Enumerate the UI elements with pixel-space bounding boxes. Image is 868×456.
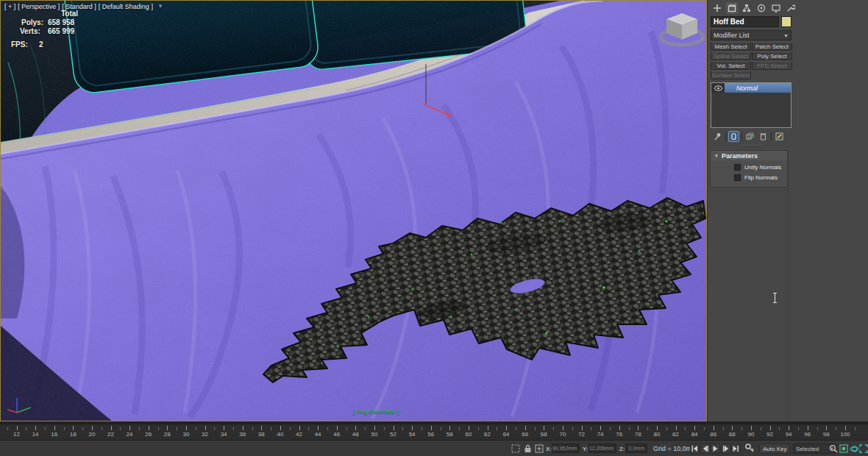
auto-key-button[interactable]: Auto Key: [759, 443, 790, 454]
selection-lock-icon[interactable]: [522, 443, 533, 454]
chevron-down-icon: ▼: [783, 33, 789, 38]
orbit-icon[interactable]: [849, 443, 859, 454]
flip-normals-checkbox[interactable]: [734, 174, 741, 181]
bed-scene[interactable]: [1, 1, 706, 421]
hierarchy-tab[interactable]: [741, 2, 753, 14]
rollout-arrow-icon: ▼: [714, 154, 719, 158]
timeline-ruler[interactable]: 1214161820222426283032343638404244464850…: [0, 424, 868, 440]
unify-normals-checkbox[interactable]: [734, 164, 741, 171]
set-key-icon[interactable]: [744, 443, 755, 453]
parameters-rollout-header[interactable]: ▼ Parameters: [711, 151, 787, 160]
command-panel-tabs: [711, 2, 797, 14]
y-coord-field[interactable]: -112,206mm: [588, 443, 616, 453]
stats-fps-value: 2: [39, 40, 43, 49]
vol-select-button[interactable]: Vol. Select: [711, 61, 751, 70]
viewport-3d[interactable]: [ + ] [ Perspective ] [ Standard ] [ Def…: [0, 0, 707, 421]
stats-polys-value: 658 958: [48, 18, 74, 26]
modifier-visibility-toggle[interactable]: [711, 83, 725, 93]
x-coord-label: X:: [546, 446, 552, 452]
object-name-field[interactable]: Hoff Bed: [711, 16, 779, 27]
selection-region-icon[interactable]: [511, 443, 521, 454]
modifier-stack[interactable]: Normal: [711, 82, 791, 128]
surface-select-button[interactable]: Surface Select: [711, 71, 751, 79]
scene-tag-label: [ Rug Generator ]: [317, 408, 435, 415]
stats-polys-label: Polys:: [21, 18, 43, 26]
modifier-stack-row-normal[interactable]: Normal: [711, 83, 791, 93]
viewport-shading-label[interactable]: [ Default Shading ]: [99, 3, 153, 10]
ffd-select-button[interactable]: FFD Select: [752, 61, 792, 70]
rollout-divider[interactable]: [740, 145, 762, 146]
panel-scroll-track[interactable]: [788, 150, 789, 421]
unify-normals-label: Unify Normals: [744, 164, 781, 171]
parameters-rollout-title: Parameters: [722, 152, 758, 160]
z-coord-label: Z:: [619, 446, 625, 452]
stats-verts-label: Verts:: [20, 27, 40, 35]
mesh-select-button[interactable]: Mesh Select: [711, 42, 751, 51]
select-buttons-grid: Mesh Select Patch Select Spline Select P…: [711, 42, 793, 79]
viewport-menu-plus[interactable]: [ + ]: [4, 3, 15, 10]
modifier-name: Normal: [736, 85, 758, 92]
viewport-pov-label[interactable]: [ Perspective ]: [18, 3, 60, 10]
object-color-swatch[interactable]: [781, 16, 791, 27]
flip-normals-option[interactable]: Flip Normals: [734, 174, 778, 181]
text-cursor: [772, 293, 778, 303]
utilities-tab[interactable]: [785, 2, 797, 14]
zoom-extents-icon[interactable]: [839, 443, 849, 454]
stats-fps-label: FPS:: [11, 40, 28, 49]
modify-tab[interactable]: [726, 2, 738, 14]
maximize-viewport-icon[interactable]: [858, 443, 868, 454]
modifier-list-dropdown[interactable]: Modifier List ▼: [711, 30, 791, 40]
stats-total-label: Total: [61, 10, 78, 18]
modifier-list-label: Modifier List: [714, 32, 750, 39]
play-button[interactable]: [711, 443, 720, 454]
stats-verts-value: 665 999: [48, 27, 74, 35]
x-coord-field[interactable]: 1990,952mm: [552, 443, 580, 453]
configure-modifier-sets-icon[interactable]: [774, 131, 785, 142]
previous-frame-button[interactable]: [700, 443, 710, 454]
spline-select-button[interactable]: Spline Select: [711, 51, 751, 60]
display-tab[interactable]: [770, 2, 782, 14]
go-to-start-button[interactable]: [690, 443, 700, 454]
create-tab[interactable]: [711, 2, 723, 14]
unify-normals-option[interactable]: Unify Normals: [734, 164, 781, 171]
viewport-menu-arrow-icon[interactable]: ▼: [157, 3, 163, 10]
show-end-result-icon[interactable]: [728, 131, 739, 142]
viewport-label[interactable]: [ + ] [ Perspective ] [ Standard ] [ Def…: [4, 3, 163, 10]
modifier-stack-toolbar: [712, 131, 785, 142]
next-frame-button[interactable]: [721, 443, 730, 454]
remove-modifier-icon[interactable]: [758, 131, 769, 142]
flip-normals-label: Flip Normals: [744, 174, 778, 181]
selection-set-value: Selected: [796, 446, 819, 452]
motion-tab[interactable]: [755, 2, 767, 14]
eye-icon: [714, 85, 722, 91]
y-coord-label: Y:: [583, 446, 588, 452]
pin-stack-icon[interactable]: [712, 131, 723, 142]
3dsmax-window: [ + ] [ Perspective ] [ Standard ] [ Def…: [0, 0, 868, 456]
zoom-icon[interactable]: [828, 443, 839, 454]
absolute-mode-icon[interactable]: [534, 443, 544, 454]
go-to-end-button[interactable]: [731, 443, 741, 454]
poly-select-button[interactable]: Poly Select: [752, 51, 792, 60]
status-bar: X: 1990,952mm Y: -112,206mm Z: 0,0mm Gri…: [0, 440, 868, 456]
patch-select-button[interactable]: Patch Select: [752, 42, 792, 51]
make-unique-icon[interactable]: [744, 131, 755, 142]
z-coord-field[interactable]: 0,0mm: [625, 443, 647, 453]
parameters-rollout: ▼ Parameters Unify Normals Flip Normals: [710, 150, 788, 188]
command-panel: Hoff Bed Modifier List ▼ Mesh Select Pat…: [707, 0, 868, 421]
